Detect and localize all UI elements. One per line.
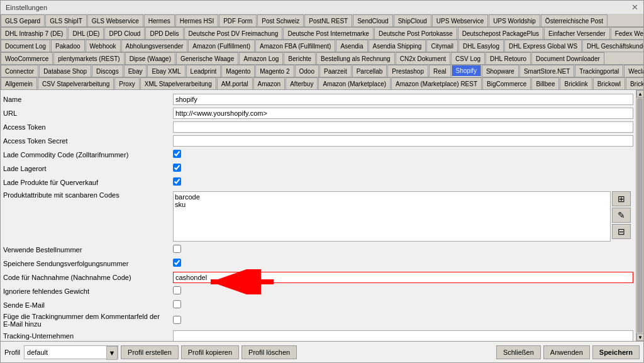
field-checkbox-12[interactable] (173, 300, 181, 308)
tab-leadprint[interactable]: Leadprint (186, 65, 221, 77)
field-input-14[interactable] (173, 330, 633, 342)
tab-gls-webservice[interactable]: GLS Webservice (87, 14, 143, 26)
tab-bigcommerce[interactable]: BigCommerce (482, 77, 531, 89)
tab-citymail[interactable]: Citymail (426, 40, 458, 52)
tab-woocommerce[interactable]: WooCommerce (1, 52, 53, 64)
tab-magento[interactable]: Magento (221, 65, 255, 77)
tab-hermes[interactable]: Hermes (144, 14, 175, 26)
field-input-2[interactable] (173, 121, 633, 133)
tab-einfacher-versender[interactable]: Einfacher Versender (544, 27, 610, 39)
tab-dpd-delis[interactable]: DPD Delis (145, 27, 183, 39)
scrollbar[interactable]: ▲ ▼ (636, 90, 643, 341)
tab-prestashop[interactable]: Prestashop (387, 65, 428, 77)
tab-amazon-(fulfillment)[interactable]: Amazon (Fulfillment) (188, 40, 255, 52)
tab-amazon-fba-(fulfillment)[interactable]: Amazon FBA (Fulfillment) (255, 40, 335, 52)
scroll-thumb[interactable] (637, 98, 643, 333)
field-checkbox-6[interactable] (173, 177, 181, 186)
scroll-down-btn[interactable]: ▼ (636, 333, 643, 341)
tab-postnl-rest[interactable]: PostNL REST (304, 14, 352, 26)
tab-dipse-(waage)[interactable]: Dipse (Waage) (125, 52, 175, 64)
field-input-3[interactable] (173, 135, 633, 147)
profile-dropdown-arrow[interactable]: ▼ (106, 346, 118, 360)
barcode-add-button[interactable]: ⊞ (612, 191, 631, 206)
tab-generische-waage[interactable]: Generische Waage (176, 52, 238, 64)
tab-gls-shipit[interactable]: GLS ShipIT (45, 14, 87, 26)
tab-xml-stapelverarbeitung[interactable]: XML Stapelverarbeitung (140, 77, 216, 89)
tab-dhl-express-global-ws[interactable]: DHL Express Global WS (504, 40, 582, 52)
field-checkbox-9[interactable] (173, 259, 181, 267)
field-checkbox-5[interactable] (173, 164, 181, 172)
tab-fedex-webservice[interactable]: Fedex Webservice (611, 27, 643, 39)
close-button[interactable]: ✕ (631, 3, 638, 12)
tab-dhl-geschäftskundenversand[interactable]: DHL Geschäftskundenversand (582, 40, 643, 52)
tab-afterbuy[interactable]: Afterbuy (286, 77, 318, 89)
tab-shopify[interactable]: Shopify (452, 65, 481, 77)
tab-amazon[interactable]: Amazon (253, 77, 286, 89)
tab-allgemein[interactable]: Allgemein (1, 77, 37, 89)
tab-ups-webservice[interactable]: UPS Webservice (432, 14, 488, 26)
field-input-0[interactable] (173, 94, 633, 105)
tab-pakadoo[interactable]: Pakadoo (51, 40, 84, 52)
copy-profile-button[interactable]: Profil kopieren (181, 345, 239, 359)
tab-csv-log[interactable]: CSV Log (451, 52, 485, 64)
tab-database-shop[interactable]: Database Shop (39, 65, 91, 77)
tab-magento-2[interactable]: Magento 2 (255, 65, 294, 77)
tab-berichte[interactable]: Berichte (284, 52, 316, 64)
tab-ebay-xml[interactable]: Ebay XML (147, 65, 185, 77)
tab-parcellab[interactable]: Parcellab (352, 65, 387, 77)
tab-sendcloud[interactable]: SendCloud (353, 14, 392, 26)
create-profile-button[interactable]: Profil erstellen (121, 345, 179, 359)
tab-post-schweiz[interactable]: Post Schweiz (257, 14, 304, 26)
tab-hermes-hsi[interactable]: Hermes HSI (175, 14, 218, 26)
field-checkbox-8[interactable] (173, 245, 181, 253)
field-input-1[interactable] (173, 108, 633, 119)
tab-österreichische-post[interactable]: Österreichische Post (541, 14, 608, 26)
scroll-up-btn[interactable]: ▲ (636, 90, 643, 98)
tab-smartstore.net[interactable]: SmartStore.NET (519, 65, 574, 77)
tab-document-downloader[interactable]: Document Downloader (531, 52, 604, 64)
tab-deutsche-post-portokasse[interactable]: Deutsche Post Portokasse (374, 27, 457, 39)
tab-ebay[interactable]: Ebay (124, 65, 147, 77)
tab-shopware[interactable]: Shopware (482, 65, 519, 77)
tab-real[interactable]: Real (429, 65, 451, 77)
tab-amazon-(marketplace)[interactable]: Amazon (Marketplace) (318, 77, 391, 89)
tab-plentymarkets-(rest)[interactable]: plentymarkets (REST) (53, 52, 124, 64)
tab-asendia[interactable]: Asendia (336, 40, 367, 52)
tab-gls-gepard[interactable]: GLS Gepard (1, 14, 45, 26)
field-checkbox-13[interactable] (173, 316, 181, 324)
tab-deutsche-post-internetmarke[interactable]: Deutsche Post Internetmarke (283, 27, 374, 39)
tab-trackingportal[interactable]: Trackingportal (575, 65, 623, 77)
tab-dhl-easylog[interactable]: DHL Easylog (458, 40, 504, 52)
tab-paarzeit[interactable]: Paarzeit (319, 65, 352, 77)
tab-am.portal[interactable]: AM.portal (217, 77, 253, 89)
tab-bricklink[interactable]: Bricklink (560, 77, 592, 89)
apply-button[interactable]: Anwenden (543, 345, 590, 359)
tab-dhl-(de)[interactable]: DHL (DE) (68, 27, 104, 39)
close-button-bottom[interactable]: Schließen (496, 345, 541, 359)
tab-odoo[interactable]: Odoo (295, 65, 319, 77)
tab-dpd-cloud[interactable]: DPD Cloud (104, 27, 145, 39)
tab-ups-worldship[interactable]: UPS Worldship (489, 14, 540, 26)
tab-bestellung-als-rechnung[interactable]: Bestellung als Rechnung (316, 52, 395, 64)
barcode-delete-button[interactable]: ⊟ (612, 224, 631, 239)
barcode-edit-button[interactable]: ✎ (612, 208, 631, 223)
tab-brickowl[interactable]: Brickowl (593, 77, 625, 89)
tab-connector[interactable]: Connector (1, 65, 38, 77)
tab-document-log[interactable]: Document Log (1, 40, 50, 52)
tab-deutschepost-packageplus[interactable]: Deutschepost PackagePlus (458, 27, 543, 39)
tab-discogs[interactable]: Discogs (92, 65, 123, 77)
field-checkbox-4[interactable] (173, 150, 181, 158)
delete-profile-button[interactable]: Profil löschen (242, 345, 297, 359)
save-button[interactable]: Speichern (592, 345, 640, 359)
profile-select-wrap[interactable]: default ▼ (24, 345, 118, 359)
tab-dhl-retouro[interactable]: DHL Retouro (486, 52, 531, 64)
field-input-10[interactable] (173, 272, 633, 283)
tab-billbee[interactable]: Billbee (531, 77, 559, 89)
tab-cn2x-dokument[interactable]: CN2x Dokument (396, 52, 450, 64)
tab-weclapp[interactable]: Weclapp (624, 65, 643, 77)
tab-amazon-(marketplace)-rest[interactable]: Amazon (Marketplace) REST (391, 77, 482, 89)
tab-pdf-form[interactable]: PDF Form (219, 14, 257, 26)
tab-brickscout[interactable]: Brickscout (626, 77, 643, 89)
tab-shipcloud[interactable]: ShipCloud (394, 14, 431, 26)
profile-select-text[interactable]: default (25, 346, 106, 359)
